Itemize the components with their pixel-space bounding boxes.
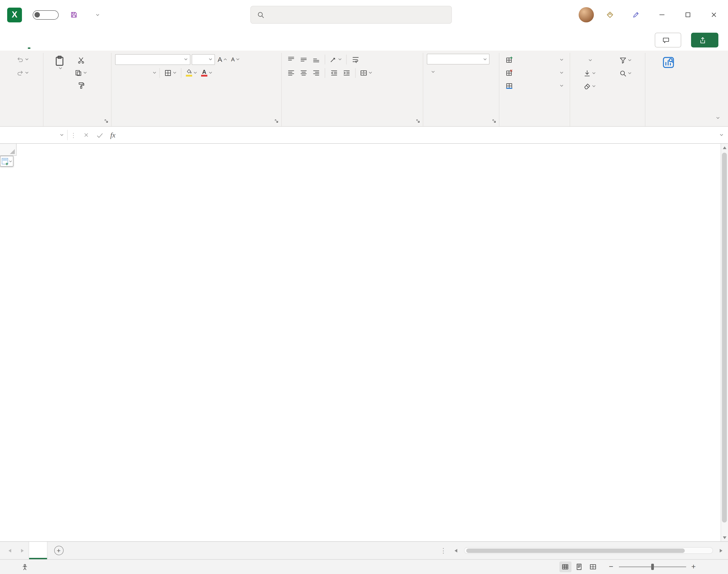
premium-diamond-button[interactable]: [600, 6, 620, 24]
bold-button[interactable]: [115, 67, 126, 78]
align-middle-button[interactable]: [298, 54, 309, 65]
align-right-button[interactable]: [310, 67, 322, 78]
cancel-entry-button[interactable]: [79, 127, 93, 143]
paste-button[interactable]: [47, 54, 72, 71]
redo-button[interactable]: [15, 67, 30, 78]
fill-color-button[interactable]: [185, 67, 198, 78]
scroll-down-button[interactable]: [721, 534, 728, 541]
currency-format-button[interactable]: [427, 66, 438, 77]
percent-format-button[interactable]: [439, 66, 451, 77]
delete-cells-button[interactable]: [503, 67, 566, 79]
select-all-corner[interactable]: [0, 144, 16, 156]
align-bottom-icon: [312, 56, 320, 63]
autosave-toggle[interactable]: [33, 10, 59, 19]
format-cells-button[interactable]: [503, 80, 566, 92]
horizontal-scroll-thumb[interactable]: [466, 548, 685, 553]
font-dialog-launcher[interactable]: [273, 117, 279, 124]
copy-button[interactable]: [74, 67, 88, 78]
align-top-button[interactable]: [285, 54, 296, 65]
cut-button[interactable]: [74, 55, 88, 66]
undo-button[interactable]: [15, 54, 30, 65]
maximize-button[interactable]: [678, 6, 697, 24]
sheet-tab-sheet1[interactable]: [29, 542, 47, 559]
page-break-view-button[interactable]: [587, 562, 599, 572]
page-layout-view-button[interactable]: [573, 562, 585, 572]
font-size-combo[interactable]: [192, 54, 215, 65]
tab-splitter-handle[interactable]: ⋮: [439, 546, 448, 555]
wrap-text-button[interactable]: [350, 54, 361, 65]
excel-app-icon[interactable]: X: [7, 7, 22, 22]
align-bottom-button[interactable]: [310, 54, 322, 65]
align-left-button[interactable]: [285, 67, 296, 78]
horizontal-scrollbar[interactable]: [464, 547, 713, 554]
ribbon-tab-help[interactable]: [128, 30, 143, 51]
font-color-button[interactable]: A: [200, 67, 214, 78]
editing-mode-button[interactable]: [626, 6, 646, 24]
save-button[interactable]: [66, 7, 82, 23]
italic-button[interactable]: [128, 67, 139, 78]
avatar[interactable]: [578, 7, 594, 23]
scroll-up-button[interactable]: [721, 144, 728, 151]
previous-sheet-button[interactable]: [4, 544, 16, 557]
expand-formula-bar-button[interactable]: [716, 127, 727, 143]
number-format-combo[interactable]: [427, 54, 489, 65]
autosum-button[interactable]: [574, 55, 605, 66]
next-sheet-button[interactable]: [16, 544, 29, 557]
merge-center-button[interactable]: [359, 67, 373, 78]
scroll-right-button[interactable]: [716, 546, 725, 555]
underline-button[interactable]: [140, 67, 151, 78]
increase-decimal-button[interactable]: [427, 79, 438, 90]
borders-button[interactable]: [163, 67, 178, 78]
search-box[interactable]: [250, 6, 452, 24]
zoom-slider[interactable]: [619, 563, 686, 570]
insert-function-button[interactable]: fx: [106, 127, 120, 143]
clear-button[interactable]: [574, 81, 605, 92]
find-select-button[interactable]: [610, 68, 641, 79]
ribbon-tab-data[interactable]: [82, 30, 97, 51]
increase-font-button[interactable]: A: [216, 54, 229, 65]
autofill-options-button[interactable]: [0, 156, 13, 167]
orientation-button[interactable]: [328, 54, 343, 65]
ribbon-tab-review[interactable]: [97, 30, 113, 51]
confirm-entry-button[interactable]: [93, 127, 106, 143]
ribbon-tab-insert[interactable]: [37, 30, 52, 51]
collapse-ribbon-button[interactable]: [712, 113, 724, 123]
formula-bar-splitter[interactable]: ⋮: [67, 130, 79, 140]
minimize-button[interactable]: [652, 6, 672, 24]
zoom-knob[interactable]: [651, 564, 654, 570]
vertical-scroll-thumb[interactable]: [722, 153, 727, 523]
comma-format-button[interactable]: [452, 66, 463, 77]
accessibility-status[interactable]: [22, 564, 31, 570]
analyze-data-button[interactable]: [649, 54, 687, 77]
normal-view-button[interactable]: [559, 562, 571, 572]
format-painter-button[interactable]: [74, 80, 88, 91]
vertical-scrollbar[interactable]: [720, 144, 728, 541]
new-sheet-button[interactable]: +: [52, 544, 66, 557]
sort-filter-button[interactable]: [610, 55, 641, 66]
clipboard-dialog-launcher[interactable]: [103, 117, 109, 124]
dialog-launcher-icon: [415, 119, 420, 124]
ribbon-tab-formulas[interactable]: [67, 30, 82, 51]
document-title[interactable]: [88, 11, 103, 18]
ribbon-tab-home[interactable]: [22, 30, 37, 51]
close-button[interactable]: [704, 6, 724, 24]
font-family-combo[interactable]: [115, 54, 190, 65]
alignment-dialog-launcher[interactable]: [415, 117, 421, 124]
decrease-decimal-button[interactable]: [439, 79, 451, 90]
scroll-left-button[interactable]: [451, 546, 460, 555]
share-button[interactable]: [691, 33, 718, 47]
number-dialog-launcher[interactable]: [491, 117, 497, 124]
decrease-font-button[interactable]: A: [230, 54, 241, 65]
decrease-indent-button[interactable]: [328, 67, 339, 78]
align-center-button[interactable]: [298, 67, 309, 78]
fill-button[interactable]: [574, 68, 605, 79]
comments-button[interactable]: [654, 33, 681, 47]
ribbon-tab-view[interactable]: [113, 30, 128, 51]
zoom-in-button[interactable]: +: [690, 562, 697, 571]
name-box[interactable]: [0, 127, 67, 143]
ribbon-tab-file[interactable]: [6, 30, 22, 51]
zoom-out-button[interactable]: −: [608, 562, 614, 571]
increase-indent-button[interactable]: [341, 67, 352, 78]
insert-cells-button[interactable]: [503, 54, 566, 66]
ribbon-tab-page-layout[interactable]: [52, 30, 67, 51]
